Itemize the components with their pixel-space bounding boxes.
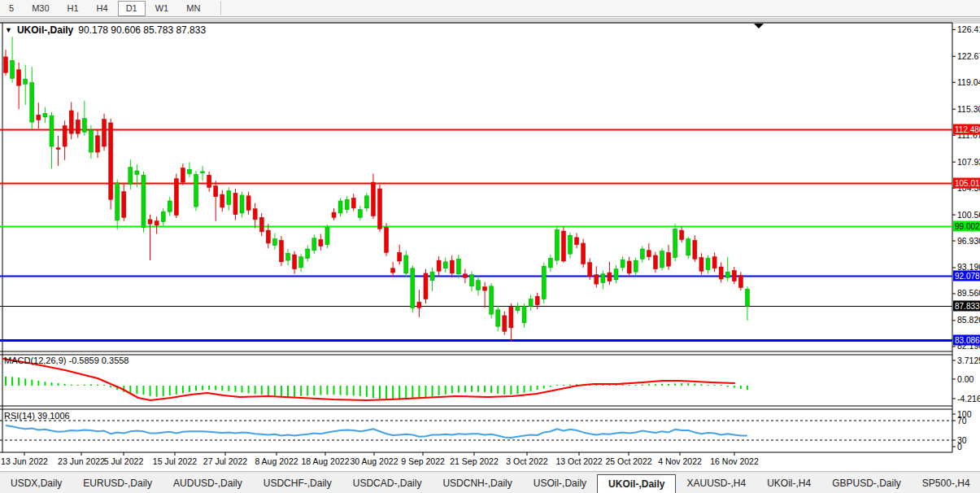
candle-body <box>443 262 447 268</box>
candle-body <box>640 249 644 259</box>
candle-body <box>732 270 736 281</box>
candle-body <box>548 258 552 267</box>
candle-body <box>128 168 133 185</box>
tab-usdx-daily[interactable]: USDX,Daily <box>0 473 72 493</box>
candle-body <box>102 120 107 146</box>
rsi-panel[interactable] <box>0 421 952 440</box>
candle-body <box>89 130 93 152</box>
date-label: 15 Jul 2022 <box>153 456 197 466</box>
candle-body <box>469 275 473 286</box>
candle-body <box>490 286 494 314</box>
candle-body <box>115 183 120 220</box>
candle-body <box>56 148 60 150</box>
candle-body <box>719 267 723 279</box>
candle-body <box>272 239 277 246</box>
price-tick-label: 119.040 <box>957 77 980 87</box>
candle-body <box>312 238 316 251</box>
price-tag-label: 105.015 <box>955 179 980 188</box>
price-tag-label: 92.078 <box>955 272 980 281</box>
candle-body <box>575 238 579 245</box>
candle-body <box>207 175 211 187</box>
candle-body <box>542 266 546 299</box>
date-label: 5 Jul 2022 <box>104 456 144 466</box>
candle-body <box>627 261 631 273</box>
tab-usdchf-daily[interactable]: USDCHF-,Daily <box>253 473 342 493</box>
tab-usdcnh-daily[interactable]: USDCNH-,Daily <box>432 473 522 493</box>
date-label: 30 Aug 2022 <box>351 456 399 466</box>
candle-body <box>122 192 126 218</box>
candle-body <box>588 263 592 277</box>
candle-body <box>293 255 297 269</box>
chart-shift-marker-icon[interactable] <box>754 24 764 28</box>
date-axis[interactable]: 13 Jun 202223 Jun 20225 Jul 202215 Jul 2… <box>1 452 759 466</box>
candle-body <box>37 115 41 120</box>
candle-body <box>82 119 86 133</box>
date-label: 18 Aug 2022 <box>302 456 350 466</box>
candle-body <box>63 125 67 146</box>
date-label: 13 Oct 2022 <box>555 456 602 466</box>
candle-body <box>24 79 28 84</box>
candle-body <box>516 306 520 310</box>
candle-body <box>477 281 481 290</box>
candle-body <box>529 299 533 307</box>
candle-body <box>266 230 270 243</box>
candle-body <box>286 253 290 260</box>
date-label: 8 Aug 2022 <box>255 456 298 466</box>
macd-tick-label: 0.00 <box>957 374 974 384</box>
candle-body <box>404 255 408 273</box>
candle-body <box>345 199 349 209</box>
tab-xauusd-h4[interactable]: XAUUSD-,H4 <box>676 473 756 493</box>
tab-gbpusd-daily[interactable]: GBPUSD-,Daily <box>821 473 912 493</box>
candle-body <box>725 272 730 277</box>
candle-body <box>712 257 716 268</box>
symbol-dropdown-icon[interactable]: ▼ <box>5 27 12 34</box>
chart-tab-bar: USDX,DailyEURUSD-,DailyAUDUSD-,DailyUSDC… <box>0 473 980 493</box>
candle-body <box>653 255 657 269</box>
candle-body <box>4 57 8 72</box>
rsi-tick-label: 70 <box>957 416 967 425</box>
candle-body <box>233 193 237 214</box>
candle-body <box>411 268 415 308</box>
candle-body <box>338 201 342 213</box>
candle-body <box>614 269 618 280</box>
tab-usdcad-daily[interactable]: USDCAD-,Daily <box>342 473 433 493</box>
date-label: 9 Sep 2022 <box>401 456 445 466</box>
candle-body <box>17 70 21 85</box>
candle-body <box>148 220 152 224</box>
candle-body <box>227 191 231 205</box>
candle-body <box>194 174 198 207</box>
tab-ukoil-h4[interactable]: UKOil-,H4 <box>756 473 821 493</box>
candle-body <box>706 258 710 269</box>
tab-eurusd-daily[interactable]: EURUSD-,Daily <box>72 473 163 493</box>
chart-symbol-label: UKOil-,Daily <box>17 24 73 36</box>
date-label: 25 Oct 2022 <box>605 456 651 466</box>
candle-body <box>424 273 428 299</box>
tab-audusd-daily[interactable]: AUDUSD-,Daily <box>163 473 253 493</box>
candle-body <box>503 316 507 331</box>
candle-body <box>155 221 159 225</box>
macd-tick-label: -4.2165 <box>957 394 980 404</box>
candle-body <box>358 210 362 218</box>
tab-sp500-h4[interactable]: SP500-,H4 <box>912 473 980 493</box>
price-tick-label: 96.930 <box>957 236 980 246</box>
candle-body <box>201 172 205 173</box>
candle-body <box>398 252 402 261</box>
candle-body <box>738 276 743 288</box>
candle-body <box>279 240 283 261</box>
price-axis[interactable]: 126.410122.670119.040115.300111.670107.9… <box>952 24 980 452</box>
candle-body <box>332 212 336 217</box>
tab-ukoil-daily[interactable]: UKOil-,Daily <box>597 474 676 493</box>
chart-canvas[interactable]: 126.410122.670119.040115.300111.670107.9… <box>0 0 980 473</box>
candle-body <box>522 306 526 322</box>
candle-body <box>437 260 441 271</box>
rsi-tick-label: 0 <box>957 442 962 452</box>
candle-body <box>673 229 677 257</box>
price-tick-label: 85.820 <box>957 315 980 325</box>
candle-body <box>306 249 310 258</box>
candlestick-series[interactable] <box>4 37 750 341</box>
price-tick-label: 100.560 <box>957 210 980 220</box>
date-label: 21 Sep 2022 <box>450 456 499 466</box>
chart-ohlc-readout: 90.178 90.606 85.783 87.833 <box>78 24 206 36</box>
tab-usoil-daily[interactable]: USOil-,Daily <box>523 473 597 493</box>
candle-body <box>43 113 47 116</box>
